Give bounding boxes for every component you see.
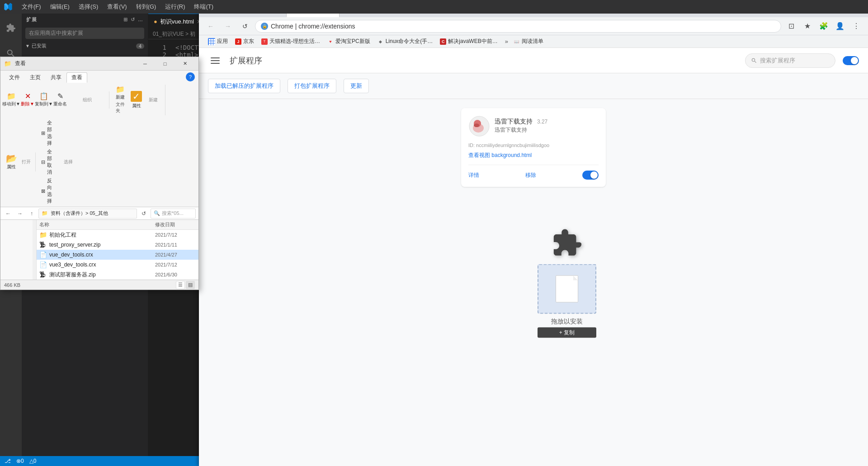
ext-detail-link[interactable]: 详情 [468,171,479,179]
fe-tab-view[interactable]: 查看 [66,72,87,83]
address-bar[interactable]: 🔒 Chrome | chrome://extensions [255,20,781,33]
ext-card-bg[interactable]: 查看视图 background.html [468,152,599,159]
select-all-label: 全部选择 [47,119,54,147]
menubar-view[interactable]: 查看(V) [104,2,130,12]
sidebar-search-extensions[interactable]: 在应用商店中搜索扩展 [25,28,144,39]
cast-btn[interactable]: ⊡ [784,19,798,33]
fe-title: 查看 [15,60,132,67]
fe-detail-view-btn[interactable]: ▤ [186,281,195,289]
fe-forward-btn[interactable]: → [15,209,25,219]
bookmark-more[interactable]: » [503,37,510,46]
fe-search-box[interactable]: 🔍 搜索*05... [151,209,196,219]
fe-rename-btn[interactable]: ✎ 重命名 [53,91,67,109]
fe-tab-file[interactable]: 文件 [4,72,25,83]
fe-select-none-btn[interactable]: ⊟ 全部取消 [39,148,56,176]
bookmark-tianmao[interactable]: T 天猫精选-理想生活… [258,37,324,46]
bookmark-jd-favicon: J [235,38,241,45]
profile-btn[interactable]: 👤 [833,19,847,33]
address-favicon: 🔒 [261,23,268,30]
fe-close-btn[interactable]: ✕ [175,59,195,69]
menubar-run[interactable]: 运行(R) [161,2,189,12]
fe-copy-to-btn[interactable]: 📋 复制到▼ [37,91,51,109]
bookmark-linux-favicon: ◆ [377,38,384,45]
bookmark-apps[interactable]: 应用 [204,37,231,46]
fe-col-date-header[interactable]: 修改日期 [155,221,196,228]
fe-file-row-4[interactable]: 🗜 测试部署服务器.zip 2021/6/30 [37,270,198,280]
fe-delete-btn[interactable]: ✕ 删除▼ [20,91,35,109]
menubar-file[interactable]: 文件(F) [18,2,45,12]
copy-badge: + 复制 [538,327,596,338]
fe-search-placeholder: 搜索*05... [162,210,184,217]
statusbar-errors[interactable]: ⊗0 [16,458,24,464]
drop-file-icon [556,275,578,302]
load-unpacked-btn[interactable]: 加载已解压的扩展程序 [208,79,280,93]
fe-file-row-2[interactable]: 📄 vue_dev_tools.crx 2021/4/27 [37,250,198,260]
select-all-icon: ⊞ [41,130,45,136]
menubar-goto[interactable]: 转到(G) [132,2,160,12]
fe-tree-scrollbar[interactable] [33,220,36,280]
extensions-body: 迅雷下载支持 3.27 迅雷下载支持 ID: nccmiiliydeurnlgn… [199,99,868,466]
fe-select-all-btn[interactable]: ⊞ 全部选择 [39,119,56,147]
statusbar-branch-icon: ⎇ [5,458,11,464]
bookmark-jd[interactable]: J 京东 [231,37,258,46]
fe-move-to-btn[interactable]: 📁 移动到▼ [4,91,19,109]
back-btn[interactable]: ← [203,19,218,33]
crx-icon-2: 📄 [39,251,47,258]
menu-btn[interactable]: ⋮ [849,19,863,33]
bookmark-java[interactable]: C 解决javaWEB中前… [436,37,501,46]
invert-label: 反向选择 [47,177,54,204]
fe-maximize-btn[interactable]: □ [155,59,175,69]
statusbar-warnings[interactable]: △0 [29,458,37,464]
fe-refresh-btn[interactable]: ↺ [139,209,149,219]
refresh-icon[interactable]: ↺ [131,17,135,23]
menubar-terminal[interactable]: 终端(T) [190,2,217,12]
extensions-page-title: 扩展程序 [230,55,262,66]
fe-file-row-1[interactable]: 🗜 test_proxy_server.zip 2021/1/11 [37,240,198,250]
fe-tab-home[interactable]: 主页 [25,72,46,83]
active-tab[interactable]: ● 初识vue.html ✕ [148,14,207,29]
ext-bg-link[interactable]: 查看视图 background.html [468,152,532,158]
fe-minimize-btn[interactable]: ─ [135,59,155,69]
activity-extensions[interactable] [0,17,22,39]
installed-section[interactable]: ▼ 已安装 4 [22,41,148,51]
ext-enable-toggle[interactable] [582,171,599,180]
drop-zone[interactable] [538,264,596,314]
extensions-menu-btn[interactable] [208,53,222,68]
fe-col-name-header[interactable]: 名称 [39,221,155,228]
open-label: 属性 [7,164,16,170]
fe-tree-panel [0,220,37,280]
fe-up-btn[interactable]: ↑ [27,209,37,219]
bookmark-reading[interactable]: 📖 阅读清单 [510,37,547,46]
ext-card-header: 迅雷下载支持 3.27 迅雷下载支持 [468,115,599,137]
fe-tab-share[interactable]: 共享 [46,72,66,83]
fe-file-row-0[interactable]: 📁 初始化工程 2021/7/12 [37,230,198,240]
fe-properties-btn[interactable]: ✓ 属性 [129,90,144,110]
drop-zone-container: 拖放以安装 + 复制 [538,264,596,338]
fe-select-small: ⊞ 全部选择 ⊟ 全部取消 ⊠ 反向选择 [39,119,56,205]
ext-remove-link[interactable]: 移除 [525,171,536,179]
menubar-select[interactable]: 选择(S) [75,2,102,12]
bookmark-btn[interactable]: ★ [800,19,815,33]
extensions-btn[interactable]: 🧩 [816,19,831,33]
breadcrumb-text: 01_初识VUE > 初 [153,31,195,37]
filter-icon[interactable]: ⊞ [123,17,128,23]
bookmark-linux[interactable]: ◆ Linux命令大全(手… [374,37,437,46]
fe-invert-selection-btn[interactable]: ⊠ 反向选择 [39,177,56,205]
fe-help-btn[interactable]: ? [186,72,195,81]
fe-address-input[interactable]: 📁 资料（含课件）> 05_其他 [38,209,137,219]
fe-list-view-btn[interactable]: ☰ [176,281,185,289]
update-btn[interactable]: 更新 [344,79,369,93]
developer-mode-toggle[interactable] [843,56,859,65]
menubar-edit[interactable]: 编辑(E) [47,2,73,12]
fe-file-row-3[interactable]: 📄 vue3_dev_tools.crx 2021/7/12 [37,260,198,270]
fe-new-folder-btn[interactable]: 📁 新建 文件夹 [113,85,127,115]
extensions-search[interactable]: 搜索扩展程序 [745,53,835,68]
reload-btn[interactable]: ↺ [238,19,252,33]
pack-extension-btn[interactable]: 打包扩展程序 [288,79,336,93]
fe-titlebar: 📁 查看 ─ □ ✕ [0,57,198,71]
forward-btn[interactable]: → [221,19,235,33]
more-icon[interactable]: … [138,17,143,23]
fe-open-btn[interactable]: 📂 属性 [4,152,19,171]
fe-back-btn[interactable]: ← [3,209,13,219]
bookmark-taobao[interactable]: ♥ 爱淘宝PC新版 [324,37,374,46]
